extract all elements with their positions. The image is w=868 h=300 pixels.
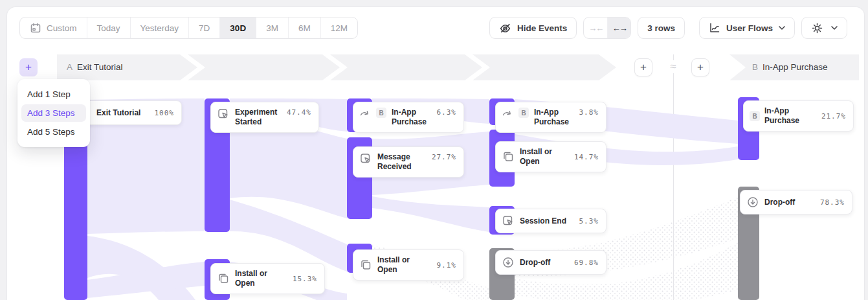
drop-off-icon — [502, 256, 515, 269]
node-label: Session End — [520, 216, 574, 226]
cursor-square-icon — [359, 152, 372, 165]
node-percent: 14.7% — [574, 153, 599, 161]
node-percent: 78.3% — [820, 198, 845, 207]
eye-off-icon — [499, 22, 511, 34]
step-b-badge: B — [376, 108, 386, 118]
node-label: Install or Open — [520, 147, 569, 167]
settings-dropdown[interactable] — [801, 17, 847, 39]
node-percent: 15.3% — [293, 275, 317, 283]
node-label: In-App Purchase — [392, 108, 429, 127]
flow-chart-icon — [709, 22, 720, 34]
copy-icon — [502, 150, 515, 163]
add-step-menu-item[interactable]: Add 5 Steps — [21, 123, 86, 141]
copy-icon — [359, 259, 372, 271]
range-option[interactable]: Custom — [20, 17, 87, 38]
range-label: Custom — [47, 23, 77, 33]
collapse-columns-button[interactable]: →← — [584, 17, 607, 38]
range-option[interactable]: Yesterday — [130, 17, 189, 38]
collapse-expand-control: →← ←→ — [583, 17, 631, 39]
toolbar-right-group: Hide Events →← ←→ 3 rows User Flows — [489, 17, 847, 39]
date-range-control: Custom Today Yesterday 7D 30D 3M 6M 12M — [19, 17, 358, 39]
flow-split-divider — [673, 54, 674, 300]
view-mode-label: User Flows — [726, 23, 773, 33]
approx-icon: ≈ — [664, 60, 682, 73]
node-percent: 6.3% — [437, 108, 457, 117]
view-mode-dropdown[interactable]: User Flows — [699, 17, 795, 39]
add-steps-menu: Add 1 Step Add 3 Steps Add 5 Steps — [17, 79, 90, 147]
node-label: In-App Purchase — [764, 106, 817, 126]
flow-node-card[interactable]: Drop-off 78.3% — [740, 190, 852, 214]
hide-events-button[interactable]: Hide Events — [489, 17, 577, 39]
flow-node-card[interactable]: B In-App Purchase 3.8% — [495, 102, 606, 133]
node-percent: 21.7% — [821, 112, 846, 121]
jump-arrow-icon — [502, 108, 513, 119]
node-percent: 3.8% — [579, 108, 599, 117]
jump-arrow-icon — [359, 108, 371, 119]
node-label: Experiment Started — [235, 108, 282, 127]
step-a-badge: A — [67, 62, 72, 72]
node-percent: 69.8% — [574, 259, 599, 267]
add-column-button-right[interactable]: + — [691, 58, 709, 76]
gear-icon — [811, 22, 823, 34]
add-step-menu-item[interactable]: Add 1 Step — [21, 86, 86, 103]
rows-label: 3 rows — [647, 23, 675, 33]
flow-node-card[interactable]: Install or Open 9.1% — [353, 249, 464, 281]
flow-node-card[interactable]: Experiment Started 47.4% — [210, 102, 319, 133]
add-column-button-left[interactable]: + — [634, 58, 652, 76]
add-step-plus-button[interactable]: + — [19, 58, 38, 76]
expand-columns-button[interactable]: ←→ — [607, 17, 630, 38]
cursor-square-icon — [217, 108, 230, 121]
hide-events-label: Hide Events — [517, 23, 567, 33]
node-label: In-App Purchase — [534, 108, 572, 127]
node-percent: 27.7% — [432, 153, 456, 161]
calendar-icon — [30, 22, 41, 34]
node-label: Install or Open — [235, 269, 287, 288]
rows-button[interactable]: 3 rows — [638, 17, 685, 39]
cursor-square-icon — [502, 214, 515, 227]
step-b-badge: B — [752, 62, 758, 72]
user-flows-screen: { "colors": { "accent_purple": "#7a56fb"… — [0, 0, 868, 300]
flow-node-card[interactable]: Session End 5.3% — [495, 209, 606, 233]
flow-node-card[interactable]: B In-App Purchase 21.7% — [743, 100, 854, 132]
node-label: Drop-off — [520, 258, 569, 268]
step-header-bands — [0, 0, 868, 84]
node-percent: 100% — [155, 109, 175, 117]
range-option[interactable]: 6M — [288, 17, 320, 38]
range-option[interactable]: 30D — [219, 17, 256, 38]
chevron-down-icon — [831, 26, 838, 30]
range-option[interactable]: 12M — [320, 17, 357, 38]
flow-node-card[interactable]: B In-App Purchase 6.3% — [353, 102, 464, 133]
step-b-header[interactable]: BIn-App Purchase — [752, 62, 828, 72]
node-label: Exit Tutorial — [96, 108, 150, 118]
expand-icon: ←→ — [612, 23, 627, 33]
collapse-icon: →← — [588, 23, 603, 33]
range-option[interactable]: Today — [87, 17, 130, 38]
step-b-badge: B — [750, 111, 760, 121]
step-b-badge: B — [518, 108, 529, 118]
node-label: Message Received — [377, 152, 423, 172]
flow-node-card[interactable]: Install or Open 14.7% — [495, 141, 606, 172]
range-option[interactable]: 3M — [256, 17, 288, 38]
chevron-down-icon — [779, 26, 785, 30]
node-label: Install or Open — [377, 255, 432, 275]
copy-icon — [217, 272, 230, 285]
flow-node-card[interactable]: Drop-off 69.8% — [495, 250, 606, 275]
step-b-label: In-App Purchase — [762, 62, 828, 72]
step-a-header[interactable]: AExit Tutorial — [67, 62, 123, 72]
node-percent: 9.1% — [437, 261, 457, 270]
add-step-menu-item[interactable]: Add 3 Steps — [21, 104, 86, 122]
range-option[interactable]: 7D — [188, 17, 219, 38]
drop-off-icon — [746, 196, 759, 209]
step-a-label: Exit Tutorial — [77, 62, 123, 72]
flow-node-card[interactable]: Install or Open 15.3% — [210, 263, 325, 294]
toolbar: Custom Today Yesterday 7D 30D 3M 6M 12M … — [19, 17, 847, 39]
flow-node-card[interactable]: Message Received 27.7% — [353, 146, 464, 178]
node-label: Drop-off — [764, 198, 815, 207]
node-percent: 5.3% — [579, 217, 599, 225]
node-percent: 47.4% — [287, 108, 311, 117]
